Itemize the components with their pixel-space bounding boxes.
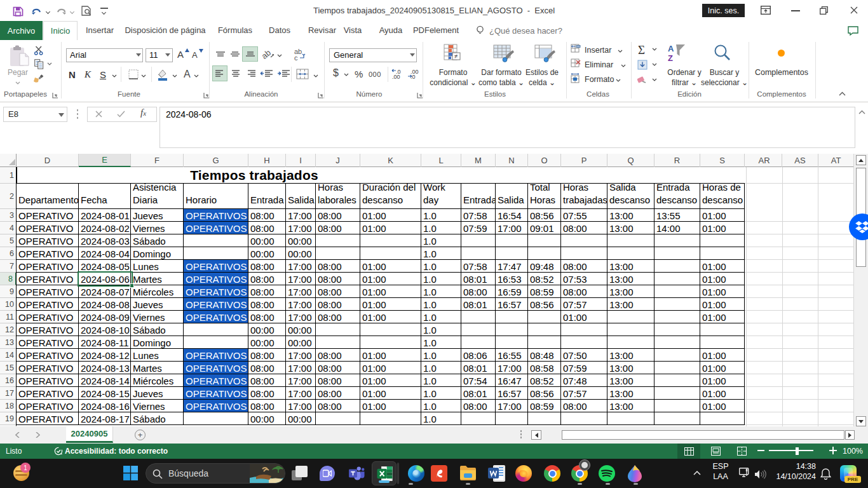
svg-text:c: c: [294, 54, 298, 60]
svg-text:Z: Z: [668, 53, 673, 63]
svg-text:.00: .00: [392, 74, 400, 79]
svg-text:≠: ≠: [454, 53, 458, 60]
svg-text:ab: ab: [262, 50, 273, 60]
svg-text:A: A: [668, 44, 674, 53]
